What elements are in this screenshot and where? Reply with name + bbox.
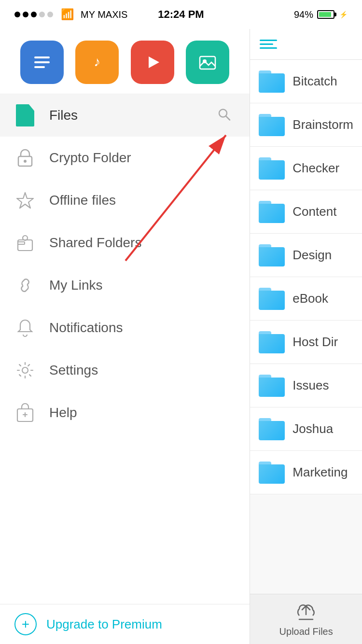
signal-dot-5 bbox=[47, 12, 53, 17]
folder-item-bitcatch[interactable]: Bitcatch bbox=[250, 60, 362, 103]
folder-name-marketing: Marketing bbox=[292, 465, 348, 480]
notifications-bell-icon bbox=[16, 318, 34, 337]
settings-gear-icon bbox=[16, 361, 34, 379]
crypto-folder-label: Crypto Folder bbox=[49, 150, 131, 166]
star-icon bbox=[14, 190, 36, 211]
folder-item-design[interactable]: Design bbox=[250, 234, 362, 277]
status-left: 📶 MY MAXIS bbox=[14, 8, 127, 21]
sidebar-item-shared-folders[interactable]: Shared Folders bbox=[0, 222, 250, 264]
notifications-label: Notifications bbox=[49, 320, 123, 336]
gear-icon bbox=[14, 360, 36, 381]
svg-rect-2 bbox=[34, 66, 45, 68]
folder-item-marketing[interactable]: Marketing bbox=[250, 451, 362, 494]
hamburger-line-1 bbox=[260, 40, 277, 41]
sidebar-item-files[interactable]: Files bbox=[0, 94, 250, 137]
bell-icon bbox=[14, 317, 36, 338]
signal-dot-4 bbox=[39, 12, 45, 17]
main-layout: ♪ Files bbox=[0, 29, 362, 644]
upload-cloud-icon bbox=[295, 601, 317, 620]
shared-folder-icon bbox=[16, 233, 34, 252]
svg-rect-13 bbox=[18, 242, 25, 244]
status-bar: 📶 MY MAXIS 12:24 PM 94% ⚡ bbox=[0, 0, 362, 29]
my-links-label: My Links bbox=[49, 278, 102, 293]
folder-body bbox=[259, 421, 285, 440]
hamburger-line-2 bbox=[260, 43, 273, 45]
right-header bbox=[250, 29, 362, 60]
crypto-lock-icon bbox=[16, 148, 34, 168]
notes-icon bbox=[31, 52, 53, 73]
folder-body bbox=[259, 204, 285, 223]
battery-icon bbox=[317, 10, 334, 19]
offline-star-icon bbox=[16, 191, 34, 210]
app-icon-notes[interactable] bbox=[20, 41, 64, 84]
folder-name-bitcatch: Bitcatch bbox=[292, 74, 337, 89]
upload-icon bbox=[295, 601, 317, 624]
folder-body bbox=[259, 334, 285, 353]
folder-item-ebook[interactable]: eBook bbox=[250, 277, 362, 321]
sidebar-item-settings[interactable]: Settings bbox=[0, 349, 250, 392]
app-icon-music[interactable]: ♪ bbox=[75, 41, 119, 84]
right-panel: Bitcatch Brainstorm Checker bbox=[250, 29, 362, 644]
link-icon bbox=[14, 275, 36, 296]
folder-icon-content bbox=[259, 201, 285, 223]
hamburger-line-3 bbox=[260, 47, 277, 49]
svg-rect-0 bbox=[34, 56, 50, 58]
sidebar-item-my-links[interactable]: My Links bbox=[0, 264, 250, 307]
folder-body bbox=[259, 73, 285, 93]
lock-icon bbox=[14, 147, 36, 168]
search-icon bbox=[217, 107, 232, 123]
help-briefcase-icon bbox=[16, 402, 34, 423]
upload-files-bar[interactable]: Upload Files bbox=[250, 594, 362, 644]
battery-fill bbox=[319, 12, 331, 17]
folder-item-brainstorm[interactable]: Brainstorm bbox=[250, 103, 362, 147]
person-icon bbox=[14, 232, 36, 253]
signal-dot-2 bbox=[23, 12, 28, 17]
folder-list: Bitcatch Brainstorm Checker bbox=[250, 60, 362, 594]
svg-rect-5 bbox=[200, 56, 215, 69]
sidebar-item-offline-files[interactable]: Offline files bbox=[0, 179, 250, 222]
app-icon-video[interactable] bbox=[131, 41, 174, 84]
folder-name-issues: Issues bbox=[292, 378, 329, 393]
folder-item-checker[interactable]: Checker bbox=[250, 147, 362, 190]
search-button[interactable] bbox=[213, 103, 236, 128]
folder-item-hostdir[interactable]: Host Dir bbox=[250, 321, 362, 364]
folder-item-joshua[interactable]: Joshua bbox=[250, 407, 362, 451]
folder-name-content: Content bbox=[292, 204, 336, 219]
upgrade-bar[interactable]: + Upgrade to Premium bbox=[0, 604, 250, 644]
photos-icon bbox=[197, 52, 218, 73]
folder-body bbox=[259, 160, 285, 180]
folder-item-issues[interactable]: Issues bbox=[250, 364, 362, 407]
sidebar-item-crypto-folder[interactable]: Crypto Folder bbox=[0, 137, 250, 179]
folder-name-ebook: eBook bbox=[292, 291, 328, 306]
folder-name-checker: Checker bbox=[292, 161, 339, 176]
folder-body bbox=[259, 117, 285, 136]
clock: 12:24 PM bbox=[158, 8, 204, 21]
charging-icon: ⚡ bbox=[339, 11, 348, 18]
sidebar-item-help[interactable]: Help bbox=[0, 392, 250, 434]
music-icon: ♪ bbox=[86, 52, 108, 73]
svg-marker-11 bbox=[17, 193, 33, 208]
nav-items: Files Crypto Folder bbox=[0, 94, 250, 604]
files-icon bbox=[14, 105, 36, 126]
folder-body bbox=[259, 247, 285, 266]
folder-body bbox=[259, 464, 285, 484]
files-label: Files bbox=[49, 108, 78, 123]
app-icons-row: ♪ bbox=[0, 29, 250, 94]
wifi-icon: 📶 bbox=[61, 8, 74, 21]
battery-percentage: 94% bbox=[294, 9, 313, 20]
carrier-label: MY MAXIS bbox=[81, 9, 127, 20]
sidebar: ♪ Files bbox=[0, 29, 250, 644]
folder-body bbox=[259, 291, 285, 310]
hamburger-menu[interactable] bbox=[260, 40, 277, 49]
folder-item-content[interactable]: Content bbox=[250, 190, 362, 234]
folder-icon-checker bbox=[259, 157, 285, 180]
app-icon-photos[interactable] bbox=[186, 41, 229, 84]
folder-icon-hostdir bbox=[259, 331, 285, 353]
folder-icon-issues bbox=[259, 375, 285, 397]
svg-point-15 bbox=[22, 367, 28, 373]
play-icon bbox=[142, 52, 163, 73]
my-links-icon bbox=[16, 279, 34, 292]
upload-files-label: Upload Files bbox=[279, 626, 333, 637]
folder-icon-ebook bbox=[259, 288, 285, 310]
sidebar-item-notifications[interactable]: Notifications bbox=[0, 307, 250, 349]
